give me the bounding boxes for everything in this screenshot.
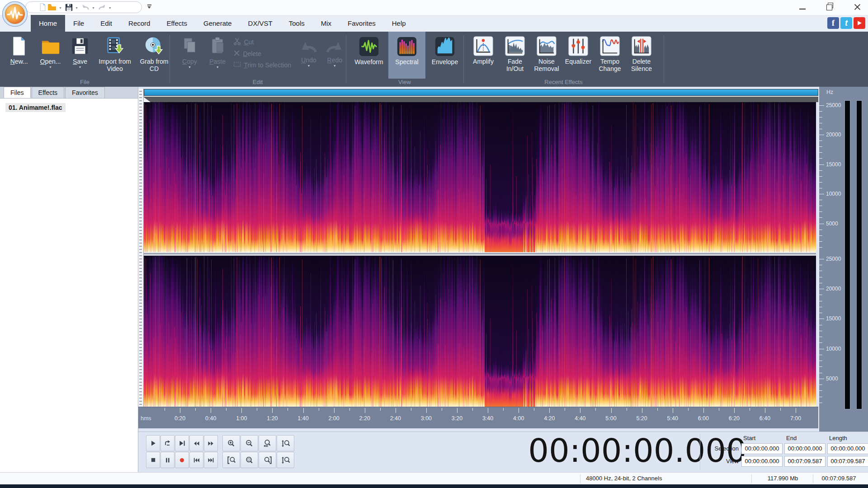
view-end-field[interactable]: 00:07:09.587: [784, 456, 826, 467]
tempo-change-button[interactable]: Tempo Change: [594, 36, 625, 72]
trim-to-selection-button[interactable]: Trim to Selection: [233, 61, 294, 69]
zoom-selection-end-button[interactable]: [259, 452, 276, 468]
redo-button[interactable]: Redo ▼: [324, 36, 346, 67]
zoom-selection-button[interactable]: [241, 452, 258, 468]
pause-button[interactable]: [160, 452, 175, 468]
menu-tab-effects[interactable]: Effects: [158, 15, 195, 32]
freq-tick: [819, 247, 822, 248]
spectrogram-channel-1[interactable]: [144, 102, 816, 252]
view-length-field[interactable]: 00:07:09.587: [827, 456, 868, 467]
spectrogram-channel-2[interactable]: [144, 256, 816, 407]
undo-button[interactable]: Undo ▼: [297, 36, 320, 67]
menu-tab-edit[interactable]: Edit: [92, 15, 120, 32]
menu-tabs: HomeFileEditRecordEffectsGenerateDX/VSTT…: [31, 15, 414, 32]
save-button[interactable]: Save ▼: [69, 36, 91, 72]
freq-tick-label: 25000: [826, 102, 841, 108]
paste-button[interactable]: Paste ▼: [205, 36, 230, 69]
app-logo-icon[interactable]: [2, 1, 28, 27]
undo-dropdown-icon[interactable]: ▼: [92, 6, 95, 9]
customize-toolbar-icon[interactable]: [146, 4, 152, 9]
forward-button[interactable]: [204, 435, 218, 451]
play-to-end-button[interactable]: [175, 435, 189, 451]
youtube-icon[interactable]: [854, 17, 865, 29]
import-from-video-button[interactable]: Import from Video: [95, 36, 134, 72]
open-button[interactable]: Open... ▼: [36, 36, 64, 72]
new-file-icon[interactable]: [39, 3, 46, 11]
time-tick: [703, 408, 704, 413]
fade-in-out-button[interactable]: Fade In/Out: [500, 36, 530, 72]
panel-tab-favorites[interactable]: Favorites: [65, 87, 105, 98]
cut-button[interactable]: Cut: [233, 38, 294, 47]
facebook-icon[interactable]: f: [827, 17, 839, 29]
time-tick: [780, 408, 781, 411]
menu-tab-mix[interactable]: Mix: [313, 15, 340, 32]
selection-start-field[interactable]: 00:00:00.000: [741, 443, 783, 454]
menu-tab-favorites[interactable]: Favorites: [340, 15, 384, 32]
noise-removal-button[interactable]: Noise Removal: [531, 36, 562, 72]
menu-tab-generate[interactable]: Generate: [195, 15, 240, 32]
freq-tick: [819, 361, 822, 361]
new-label: New...: [10, 58, 28, 65]
zoom-100-button[interactable]: [259, 435, 276, 451]
menu-tab-home[interactable]: Home: [31, 15, 65, 32]
view-start-field[interactable]: 00:00:00.000: [741, 456, 783, 467]
delete-silence-button[interactable]: Delete Silence: [626, 36, 657, 72]
zoom-out-button[interactable]: [241, 435, 258, 451]
zoom-selection-start-button[interactable]: [222, 452, 240, 468]
freq-tick: [819, 170, 822, 171]
freq-tick: [819, 123, 822, 123]
selection-length-field[interactable]: 00:00:00.000: [827, 443, 868, 454]
go-to-end-button[interactable]: [204, 452, 218, 468]
zoom-vertical-2-button[interactable]: [277, 452, 294, 468]
new-button[interactable]: New...: [6, 36, 32, 72]
delete-button[interactable]: Delete: [233, 50, 294, 58]
go-to-start-button[interactable]: [189, 452, 203, 468]
twitter-icon[interactable]: t: [840, 17, 852, 29]
restore-button[interactable]: [826, 4, 833, 10]
stop-button[interactable]: [146, 452, 160, 468]
new-file-icon: [9, 36, 29, 56]
time-tick-label: 1:20: [267, 415, 278, 422]
menu-tab-file[interactable]: File: [65, 15, 92, 32]
menu-tab-dx-vst[interactable]: DX/VST: [240, 15, 281, 32]
time-tick: [334, 408, 335, 413]
loop-button[interactable]: [160, 435, 175, 451]
selection-end-field[interactable]: 00:00:00.000: [784, 443, 826, 454]
panel-tab-effects[interactable]: Effects: [32, 87, 65, 98]
close-button[interactable]: [854, 4, 861, 10]
zoom-vertical-button[interactable]: [277, 435, 294, 451]
cursor-strip[interactable]: [144, 96, 818, 102]
time-tick-label: 6:00: [698, 415, 709, 422]
freq-tick: [819, 105, 824, 106]
save-dropdown-icon[interactable]: ▼: [75, 6, 78, 9]
play-cursor-marker-icon[interactable]: [144, 97, 151, 102]
open-dropdown-icon[interactable]: ▼: [59, 6, 62, 9]
amplify-button[interactable]: Amplify: [468, 36, 499, 72]
record-button[interactable]: [175, 452, 189, 468]
overview-scrollbar[interactable]: [144, 89, 818, 96]
redo-dropdown-icon[interactable]: ▼: [108, 6, 112, 9]
undo-icon[interactable]: [81, 4, 90, 10]
waveform-view-button[interactable]: Waveform: [350, 32, 387, 79]
file-list-item[interactable]: 01. Animame!.flac: [5, 103, 66, 112]
grab-from-cd-button[interactable]: Grab from CD: [139, 36, 170, 72]
time-ruler[interactable]: hms 0:200:401:001:201:402:002:202:403:00…: [138, 407, 818, 428]
redo-icon[interactable]: [98, 4, 106, 10]
freq-tick: [819, 355, 822, 355]
play-button[interactable]: [146, 435, 160, 451]
copy-button[interactable]: Copy ▼: [178, 36, 202, 69]
menu-tab-tools[interactable]: Tools: [281, 15, 313, 32]
time-tick: [396, 408, 396, 413]
menu-tab-record[interactable]: Record: [120, 15, 158, 32]
rewind-button[interactable]: [189, 435, 203, 451]
save-icon[interactable]: [65, 4, 73, 11]
minimize-button[interactable]: [799, 5, 806, 9]
menu-tab-help[interactable]: Help: [384, 15, 414, 32]
tempo-change-icon: [599, 36, 620, 56]
equalizer-button[interactable]: Equalizer: [563, 36, 594, 72]
zoom-in-button[interactable]: [222, 435, 240, 451]
open-folder-icon[interactable]: [47, 4, 57, 11]
panel-tab-files[interactable]: Files: [4, 87, 31, 98]
envelope-view-button[interactable]: Envelope: [426, 32, 463, 79]
spectral-view-button[interactable]: Spectral: [388, 32, 425, 79]
